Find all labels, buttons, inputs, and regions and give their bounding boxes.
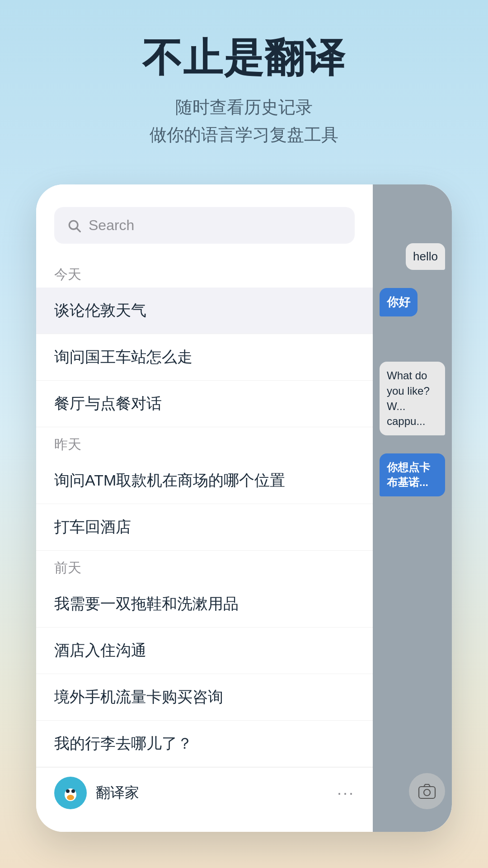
list-item[interactable]: 打车回酒店 <box>36 504 373 551</box>
header-subtitle: 随时查看历史记录 做你的语言学习复盘工具 <box>27 94 461 149</box>
chat-bubble-what: What do you like? W... cappu... <box>380 362 445 435</box>
section-label-yesterday: 昨天 <box>36 432 373 458</box>
phone-container: Search 今天 谈论伦敦天气 询问国王车站怎么走 餐厅与点餐对话 昨天 询问… <box>36 184 452 832</box>
chat-bubble-hello: hello <box>406 243 445 270</box>
camera-area <box>380 769 445 818</box>
more-dots-button[interactable]: ··· <box>337 783 355 802</box>
list-item[interactable]: 我的行李去哪儿了？ <box>36 721 373 767</box>
list-item[interactable]: 询问国王车站怎么走 <box>36 334 373 381</box>
app-name: 翻译家 <box>96 783 328 803</box>
camera-button[interactable] <box>409 773 445 809</box>
subtitle-line2: 做你的语言学习复盘工具 <box>150 125 338 144</box>
search-placeholder-text: Search <box>89 217 134 234</box>
svg-point-5 <box>71 789 75 793</box>
list-item[interactable]: 谈论伦敦天气 <box>36 288 373 334</box>
chat-bubble-nihao: 你好 <box>380 288 418 316</box>
header-section: 不止是翻译 随时查看历史记录 做你的语言学习复盘工具 <box>0 0 488 175</box>
phone-wrapper: Search 今天 谈论伦敦天气 询问国王车站怎么走 餐厅与点餐对话 昨天 询问… <box>36 184 452 832</box>
list-item[interactable]: 酒店入住沟通 <box>36 627 373 674</box>
section-label-day-before: 前天 <box>36 555 373 581</box>
list-item[interactable]: 询问ATM取款机在商场的哪个位置 <box>36 458 373 504</box>
svg-point-9 <box>424 789 430 796</box>
header-title: 不止是翻译 <box>27 36 461 80</box>
app-avatar <box>54 777 87 809</box>
list-item[interactable]: 我需要一双拖鞋和洗漱用品 <box>36 581 373 627</box>
right-panel: hello 你好 What do you like? W... cappu...… <box>373 184 452 832</box>
svg-rect-8 <box>419 787 435 798</box>
list-item[interactable]: 餐厅与点餐对话 <box>36 381 373 427</box>
left-panel: Search 今天 谈论伦敦天气 询问国王车站怎么走 餐厅与点餐对话 昨天 询问… <box>36 184 373 832</box>
svg-point-4 <box>66 789 70 793</box>
section-label-today: 今天 <box>36 262 373 288</box>
search-icon <box>67 218 81 233</box>
chat-bubble-cappuccino: 你想点卡布基诺... <box>380 453 445 496</box>
subtitle-line1: 随时查看历史记录 <box>175 98 313 117</box>
list-item[interactable]: 境外手机流量卡购买咨询 <box>36 674 373 721</box>
search-bar[interactable]: Search <box>54 207 355 244</box>
svg-line-1 <box>77 228 80 231</box>
bottom-bar: 翻译家 ··· <box>36 767 373 818</box>
